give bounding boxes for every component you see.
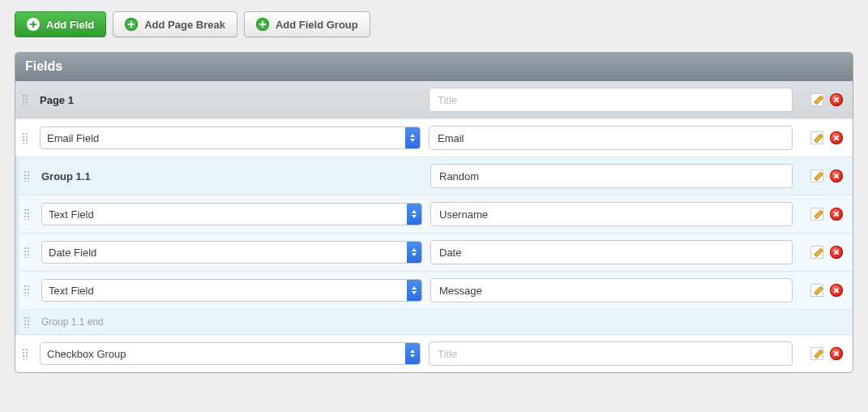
edit-icon[interactable] [810, 284, 823, 297]
field-title-input[interactable] [430, 202, 793, 226]
drag-handle-icon[interactable] [24, 285, 30, 296]
row-actions [810, 208, 843, 221]
field-title-input[interactable] [429, 126, 793, 150]
field-type-select[interactable]: Text Field [41, 279, 422, 302]
add-field-label: Add Field [46, 19, 94, 31]
drag-handle-icon[interactable] [22, 348, 28, 359]
delete-icon[interactable] [830, 93, 843, 106]
edit-icon[interactable] [810, 347, 823, 360]
delete-icon[interactable] [830, 284, 843, 297]
group-label: Group 1.1 [41, 170, 422, 182]
field-row: Text Field [15, 272, 853, 310]
edit-icon[interactable] [810, 93, 823, 106]
row-actions [810, 347, 843, 360]
field-row: Text Field [15, 195, 853, 234]
drag-handle-icon[interactable] [24, 316, 30, 328]
field-type-select-wrap: Email Field [40, 127, 421, 149]
drag-handle-icon[interactable] [24, 247, 30, 258]
row-actions [810, 246, 843, 259]
field-row: Date Field [15, 234, 853, 272]
field-title-input[interactable] [430, 278, 793, 303]
delete-icon[interactable] [830, 208, 843, 221]
group-title-input[interactable] [430, 164, 793, 188]
panel-title: Fields [15, 53, 853, 81]
row-actions [810, 170, 843, 182]
delete-icon[interactable] [830, 246, 843, 259]
field-title-input[interactable] [430, 240, 793, 264]
field-type-select-wrap: Text Field [41, 203, 422, 225]
field-title-input[interactable] [429, 341, 793, 366]
field-row: Email Field [15, 119, 853, 157]
drag-handle-icon[interactable] [22, 94, 28, 105]
add-field-group-label: Add Field Group [276, 19, 358, 31]
fields-panel: Fields Page 1 Email Field [15, 52, 853, 373]
field-type-select-wrap: Checkbox Group [40, 342, 421, 365]
add-page-break-label: Add Page Break [144, 19, 225, 31]
toolbar: Add Field Add Page Break Add Field Group [15, 11, 853, 37]
delete-icon[interactable] [830, 170, 843, 182]
drag-handle-icon[interactable] [24, 170, 30, 182]
field-row: Checkbox Group [15, 335, 853, 372]
field-type-select[interactable]: Checkbox Group [40, 342, 421, 365]
plus-icon [125, 18, 138, 31]
page-row: Page 1 [15, 81, 853, 119]
add-field-button[interactable]: Add Field [15, 11, 106, 37]
edit-icon[interactable] [810, 131, 823, 144]
edit-icon[interactable] [810, 208, 823, 221]
page-label: Page 1 [40, 94, 421, 106]
drag-handle-icon[interactable] [22, 132, 28, 144]
page-title-input[interactable] [429, 88, 793, 112]
group-row: Group 1.1 [15, 157, 853, 195]
add-field-group-button[interactable]: Add Field Group [244, 11, 370, 37]
field-type-select[interactable]: Date Field [41, 241, 422, 264]
delete-icon[interactable] [830, 347, 843, 360]
field-type-select-wrap: Text Field [41, 279, 422, 302]
plus-icon [256, 18, 269, 31]
add-page-break-button[interactable]: Add Page Break [113, 11, 237, 37]
field-type-select-wrap: Date Field [41, 241, 422, 264]
edit-icon[interactable] [810, 246, 823, 259]
group-end-row: Group 1.1 end [15, 310, 853, 335]
field-type-select[interactable]: Text Field [41, 203, 422, 225]
delete-icon[interactable] [830, 131, 843, 144]
row-actions [810, 284, 843, 297]
row-actions [810, 131, 843, 144]
drag-handle-icon[interactable] [24, 208, 30, 220]
edit-icon[interactable] [810, 170, 823, 182]
row-actions [810, 93, 843, 106]
field-type-select[interactable]: Email Field [40, 127, 421, 149]
plus-icon [27, 18, 40, 31]
group-end-label: Group 1.1 end [41, 316, 422, 328]
